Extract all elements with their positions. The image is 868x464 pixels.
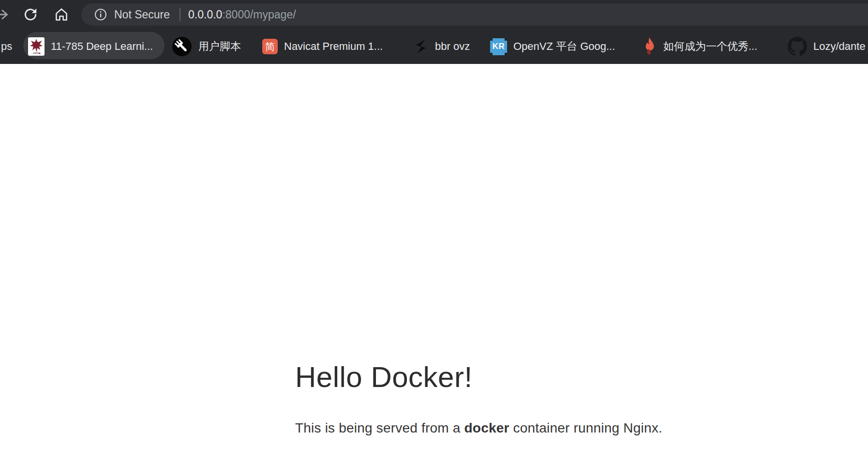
greasyfork-fork-favicon: [172, 36, 192, 57]
served-paragraph-bold: docker: [464, 420, 509, 435]
bookmark-user-scripts[interactable]: 用户脚本: [172, 29, 241, 64]
served-paragraph-prefix: This is being served from a: [295, 420, 464, 435]
served-paragraph: This is being served from a docker conta…: [295, 420, 662, 436]
bookmark-label: OpenVZ 平台 Goog...: [513, 39, 615, 54]
bookmark-11785-deep-learning[interactable]: 11-785 Deep Learni...: [28, 29, 153, 64]
bookmark-label: ps: [1, 40, 12, 53]
home-icon[interactable]: [53, 6, 70, 23]
url-host: 0.0.0.0: [188, 8, 222, 21]
url-path: :8000/mypage/: [222, 8, 296, 21]
bookmark-label: bbr ovz: [435, 40, 470, 53]
bookmark-bbr-ovz[interactable]: bbr ovz: [411, 29, 470, 64]
cmu-phoenix-favicon: [28, 37, 45, 56]
bookmark-label: Lozy/dante: [813, 40, 866, 53]
jianshu-favicon: 简: [262, 39, 278, 54]
black-glyph-favicon: [411, 38, 429, 55]
bookmark-label: 如何成为一个优秀...: [663, 39, 757, 54]
bookmark-label: Navicat Premium 1...: [284, 40, 383, 53]
bookmark-label: 11-785 Deep Learni...: [51, 40, 153, 53]
address-bar[interactable]: Not Secure 0.0.0.0 :8000/mypage/: [81, 3, 868, 26]
bookmarks-bar: ps 11-785 Deep Learni...: [0, 29, 868, 64]
bookmark-lozy-dante[interactable]: Lozy/dante: [788, 29, 866, 64]
page-title: Hello Docker!: [295, 360, 473, 394]
bookmark-clipped-label[interactable]: ps: [1, 29, 12, 64]
github-favicon: [788, 37, 807, 56]
security-status-label: Not Secure: [114, 8, 170, 21]
bookmark-navicat-premium[interactable]: 简 Navicat Premium 1...: [262, 29, 383, 64]
browser-chrome: Not Secure 0.0.0.0 :8000/mypage/ ps 11-7…: [0, 0, 868, 64]
bookmark-openvz-platform[interactable]: KR OpenVZ 平台 Goog...: [490, 29, 615, 64]
flame-favicon: [643, 36, 657, 57]
omnibox-divider: [180, 8, 180, 21]
browser-toolbar: Not Secure 0.0.0.0 :8000/mypage/: [0, 0, 868, 29]
kr-favicon: KR: [490, 38, 507, 55]
reload-icon[interactable]: [22, 6, 39, 23]
bookmark-how-to-become-excellent[interactable]: 如何成为一个优秀...: [643, 29, 757, 64]
served-paragraph-suffix: container running Nginx.: [509, 420, 662, 435]
bookmark-label: 用户脚本: [198, 39, 241, 54]
web-page-content: Hello Docker! This is being served from …: [0, 64, 868, 464]
forward-icon[interactable]: [0, 6, 9, 23]
info-icon[interactable]: [94, 8, 107, 21]
